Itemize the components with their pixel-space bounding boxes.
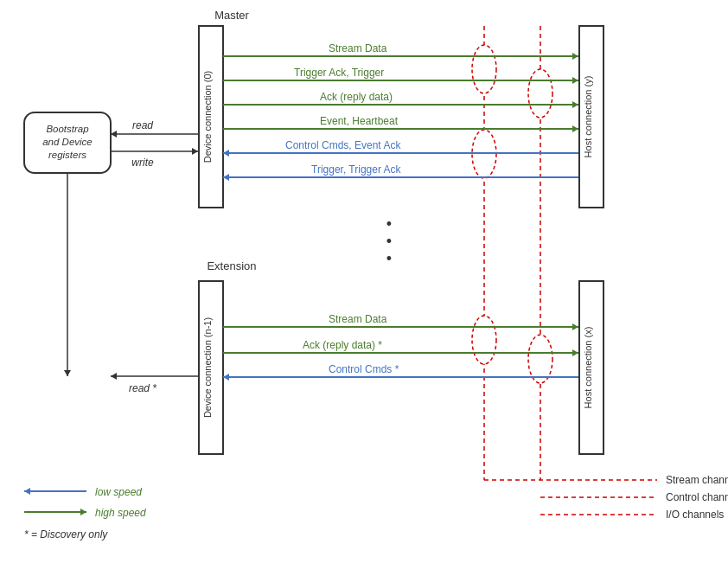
legend-low-speed-head <box>24 488 30 495</box>
device-conn-n1-label: Device connection (n-1) <box>202 317 213 418</box>
stream-channels-label: Stream channels <box>666 474 728 486</box>
label-ctrl-cmds: Control Cmds, Event Ack <box>285 139 401 151</box>
vert-bootstrap-arrow <box>64 370 71 376</box>
host-conn-y-label: Host connection (y) <box>583 76 593 158</box>
bootstrap-line1: Bootstrap <box>46 124 89 134</box>
write-label: write <box>131 157 154 169</box>
label-event-hb: Event, Heartbeat <box>320 115 399 127</box>
label-trigger-ack: Trigger Ack, Trigger <box>294 67 384 79</box>
write-arrow <box>192 148 198 155</box>
ellipse-top-2 <box>472 130 496 178</box>
arrow-stream-data-bot-head <box>572 323 578 330</box>
master-label: Master <box>214 9 249 22</box>
label-trigger-ta: Trigger, Trigger Ack <box>311 163 402 176</box>
arrow-trigger-ack-head <box>572 77 578 84</box>
legend-low-speed-label: low speed <box>95 486 142 498</box>
arrow-ack-reply-head <box>572 101 578 108</box>
bootstrap-line3: registers <box>48 150 86 160</box>
io-channels-label: I/O channels <box>666 509 724 521</box>
diagram-svg: Master Extension Device connection (0) D… <box>0 0 728 576</box>
read-arrow-top <box>111 131 117 138</box>
label-ack-reply-bot: Ack (reply data) * <box>303 339 382 351</box>
ellipse-bot-2 <box>528 335 552 383</box>
device-conn-0-label: Device connection (0) <box>202 71 213 163</box>
label-ack-reply: Ack (reply data) <box>320 91 393 103</box>
read-arrow-bottom <box>111 373 117 380</box>
arrow-stream-data-head <box>572 53 578 60</box>
label-stream-data: Stream Data <box>329 42 387 54</box>
legend-high-speed-label: high speed <box>95 507 146 519</box>
bootstrap-line2: and Device <box>42 137 93 147</box>
read-label-bottom: read * <box>129 382 156 394</box>
host-conn-x-label: Host connection (x) <box>583 327 593 409</box>
ellipse-bot-1 <box>472 316 496 364</box>
ellipse-top-3 <box>528 69 552 118</box>
legend-high-speed-head <box>80 509 86 515</box>
arrow-event-hb-head <box>572 125 578 132</box>
label-ctrl-cmds-bot: Control Cmds * <box>329 363 399 375</box>
read-label-top: read <box>132 119 153 131</box>
discovery-label: * = Discovery only <box>24 528 108 541</box>
label-stream-data-bot: Stream Data <box>329 313 387 325</box>
dots: • <box>386 215 392 233</box>
arrow-trigger-ta-head <box>223 174 229 181</box>
arrow-ack-reply-bot-head <box>572 349 578 356</box>
dots3: • <box>386 250 392 267</box>
arrow-ctrl-cmds-head <box>223 150 229 157</box>
control-channels-label: Control channels <box>666 491 728 503</box>
arrow-ctrl-cmds-bot-head <box>223 374 229 381</box>
dots2: • <box>386 233 392 250</box>
ellipse-top-1 <box>472 45 496 93</box>
extension-label: Extension <box>207 259 256 272</box>
diagram: Master Extension Device connection (0) D… <box>0 0 728 576</box>
